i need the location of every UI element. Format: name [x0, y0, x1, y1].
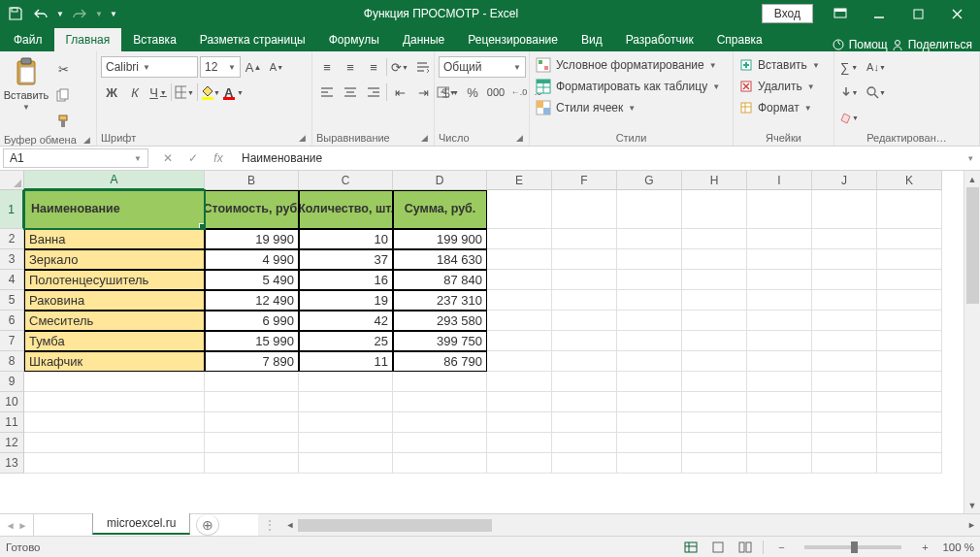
cell-D11[interactable] [393, 412, 487, 433]
clipboard-launcher-icon[interactable]: ◢ [83, 135, 92, 145]
cell-B5[interactable]: 12 490 [205, 290, 299, 311]
cell-K4[interactable] [877, 270, 942, 290]
align-right-icon[interactable] [363, 82, 384, 103]
cell-A6[interactable]: Смеситель [24, 311, 205, 331]
comma-icon[interactable]: 000 [485, 82, 506, 103]
cell-G7[interactable] [617, 331, 682, 351]
cell-C3[interactable]: 37 [299, 249, 393, 270]
row-header-1[interactable]: 1 [0, 190, 24, 229]
qat-customize-icon[interactable]: ▼ [107, 2, 120, 25]
cell-H8[interactable] [682, 351, 747, 372]
cell-J12[interactable] [812, 433, 877, 453]
cell-E2[interactable] [487, 229, 552, 249]
cell-F7[interactable] [552, 331, 617, 351]
tab-review[interactable]: Рецензирование [456, 28, 570, 51]
cell-A5[interactable]: Раковина [24, 290, 205, 311]
redo-icon[interactable] [68, 2, 91, 25]
cell-B13[interactable] [205, 453, 299, 474]
name-box[interactable]: A1▼ [3, 148, 148, 168]
cell-D1[interactable]: Сумма, руб. [393, 190, 487, 229]
cell-I8[interactable] [747, 351, 812, 372]
column-header-D[interactable]: D [393, 171, 487, 190]
align-center-icon[interactable] [340, 82, 361, 103]
cell-G11[interactable] [617, 412, 682, 433]
maximize-icon[interactable] [898, 0, 937, 27]
increase-indent-icon[interactable]: ⇥ [412, 82, 434, 103]
sheet-nav[interactable]: ◄ ► [0, 514, 34, 536]
cell-A9[interactable] [24, 372, 205, 392]
clear-icon[interactable]: ▼ [838, 107, 860, 128]
share-button[interactable]: Поделиться [892, 38, 972, 51]
cell-B9[interactable] [205, 372, 299, 392]
column-header-J[interactable]: J [812, 171, 877, 190]
cell-D4[interactable]: 87 840 [393, 270, 487, 290]
cell-I10[interactable] [747, 392, 812, 412]
cell-D6[interactable]: 293 580 [393, 311, 487, 331]
row-header-12[interactable]: 12 [0, 433, 24, 453]
cell-H13[interactable] [682, 453, 747, 474]
shrink-font-icon[interactable]: A▼ [266, 56, 287, 78]
select-all-corner[interactable] [0, 171, 24, 190]
page-layout-view-icon[interactable] [708, 539, 728, 556]
alignment-launcher-icon[interactable]: ◢ [421, 133, 430, 143]
row-header-5[interactable]: 5 [0, 290, 24, 311]
cell-E11[interactable] [487, 412, 552, 433]
cell-F1[interactable] [552, 190, 617, 229]
cell-A12[interactable] [24, 433, 205, 453]
horizontal-scrollbar[interactable]: ⋮ ◄ ► [258, 514, 980, 536]
cell-I1[interactable] [747, 190, 812, 229]
align-left-icon[interactable] [316, 82, 338, 103]
cell-K10[interactable] [877, 392, 942, 412]
cell-J3[interactable] [812, 249, 877, 270]
currency-icon[interactable]: ▼ [439, 82, 460, 103]
cell-A13[interactable] [24, 453, 205, 474]
cell-J2[interactable] [812, 229, 877, 249]
column-header-F[interactable]: F [552, 171, 617, 190]
cell-I2[interactable] [747, 229, 812, 249]
cell-D10[interactable] [393, 392, 487, 412]
cell-G2[interactable] [617, 229, 682, 249]
cell-C9[interactable] [299, 372, 393, 392]
number-format-combo[interactable]: Общий▼ [439, 56, 526, 78]
cell-H4[interactable] [682, 270, 747, 290]
autosum-icon[interactable]: ∑▼ [838, 56, 860, 78]
hscroll-thumb[interactable] [298, 519, 492, 532]
cell-B12[interactable] [205, 433, 299, 453]
page-break-view-icon[interactable] [735, 539, 755, 556]
row-header-10[interactable]: 10 [0, 392, 24, 412]
tab-formulas[interactable]: Формулы [317, 28, 391, 51]
cell-C1[interactable]: Количество, шт. [299, 190, 393, 229]
format-painter-icon[interactable] [52, 111, 74, 132]
sheet-tab-1[interactable]: microexcel.ru [92, 513, 190, 535]
number-launcher-icon[interactable]: ◢ [516, 133, 525, 143]
cell-J13[interactable] [812, 453, 877, 474]
zoom-level[interactable]: 100 % [942, 541, 974, 553]
cell-F12[interactable] [552, 433, 617, 453]
cell-B11[interactable] [205, 412, 299, 433]
zoom-in-button[interactable]: + [915, 539, 934, 556]
tab-help[interactable]: Справка [705, 28, 774, 51]
cell-K1[interactable] [877, 190, 942, 229]
cell-D5[interactable]: 237 310 [393, 290, 487, 311]
row-header-13[interactable]: 13 [0, 453, 24, 474]
format-as-table-button[interactable]: Форматировать как таблицу▼ [534, 77, 722, 96]
cell-F10[interactable] [552, 392, 617, 412]
cell-F4[interactable] [552, 270, 617, 290]
cell-G13[interactable] [617, 453, 682, 474]
cell-E5[interactable] [487, 290, 552, 311]
cell-H12[interactable] [682, 433, 747, 453]
insert-function-icon[interactable]: fx [206, 148, 231, 168]
tab-insert[interactable]: Вставка [121, 28, 188, 51]
cell-K3[interactable] [877, 249, 942, 270]
cell-K7[interactable] [877, 331, 942, 351]
column-header-E[interactable]: E [487, 171, 552, 190]
cell-D7[interactable]: 399 750 [393, 331, 487, 351]
cell-B1[interactable]: Стоимость, руб. [205, 190, 299, 229]
cell-J10[interactable] [812, 392, 877, 412]
find-select-icon[interactable]: ▼ [866, 82, 887, 103]
cell-H1[interactable] [682, 190, 747, 229]
conditional-format-button[interactable]: Условное форматирование▼ [534, 55, 719, 75]
tab-home[interactable]: Главная [54, 28, 122, 51]
percent-icon[interactable]: % [462, 82, 483, 103]
row-header-4[interactable]: 4 [0, 270, 24, 290]
